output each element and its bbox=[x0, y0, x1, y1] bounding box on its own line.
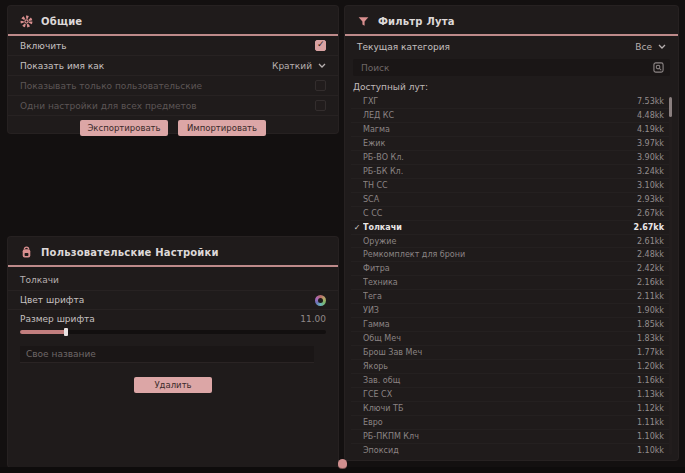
slider-fill bbox=[20, 330, 66, 334]
loot-row[interactable]: УИЗ1.90kk bbox=[351, 304, 672, 318]
loot-row[interactable]: Эпоксид1.10kk bbox=[351, 444, 672, 455]
loot-item-name: Евро bbox=[363, 418, 637, 427]
loot-row[interactable]: Зав. общ1.16kk bbox=[351, 374, 672, 388]
loot-row[interactable]: Тега2.11kk bbox=[351, 290, 672, 304]
color-wheel-icon[interactable] bbox=[315, 295, 326, 306]
loot-row[interactable]: Гамма1.85kk bbox=[351, 318, 672, 332]
chevron-down-icon bbox=[318, 63, 326, 68]
loot-item-value: 1.85kk bbox=[637, 320, 672, 329]
loot-row[interactable]: РБ-ПКПМ Клч1.10kk bbox=[351, 430, 672, 444]
loot-item-value: 2.67kk bbox=[634, 223, 672, 232]
loot-item-value: 2.61kk bbox=[637, 237, 672, 246]
loot-row[interactable]: Якорь1.20kk bbox=[351, 360, 672, 374]
loot-item-value: 3.10kk bbox=[637, 181, 672, 190]
font-size-value: 11.00 bbox=[300, 314, 326, 324]
loot-row[interactable]: Ремкомплект для брони2.48kk bbox=[351, 248, 672, 262]
search-input[interactable] bbox=[359, 62, 653, 74]
import-button[interactable]: Импортировать bbox=[178, 120, 266, 136]
loot-row[interactable]: ГХГ7.53kk bbox=[351, 95, 672, 109]
loot-item-name: Ремкомплект для брони bbox=[363, 250, 637, 259]
loot-row[interactable]: Брош Зав Меч1.77kk bbox=[351, 346, 672, 360]
custom-panel-header: Пользовательские Настройки bbox=[8, 237, 338, 265]
setting-row-same-settings: Одни настройки для всех предметов bbox=[8, 96, 338, 116]
import-export-row: Экспортировать Импортировать bbox=[8, 120, 338, 136]
loot-item-name: ЛЕД КС bbox=[363, 111, 637, 120]
loot-panel-header: Фильтр Лута bbox=[345, 6, 678, 34]
loot-row[interactable]: ГСЕ СХ1.13kk bbox=[351, 388, 672, 402]
loot-row[interactable]: Магма4.19kk bbox=[351, 123, 672, 137]
category-dropdown[interactable]: Все bbox=[635, 42, 666, 52]
backpack-icon bbox=[20, 246, 33, 259]
slider-thumb[interactable] bbox=[64, 328, 68, 336]
loot-row[interactable]: С СС2.67kk bbox=[351, 207, 672, 221]
font-size-label: Размер шрифта bbox=[20, 314, 95, 324]
search-icon[interactable] bbox=[653, 62, 664, 73]
loot-row[interactable]: РБ-БК Кл.3.24kk bbox=[351, 165, 672, 179]
setting-label: Одни настройки для всех предметов bbox=[20, 101, 197, 111]
font-color-row[interactable]: Цвет шрифта bbox=[8, 290, 338, 309]
loot-row[interactable]: Техника2.16kk bbox=[351, 276, 672, 290]
loot-row[interactable]: Ключи ТБ1.12kk bbox=[351, 402, 672, 416]
gear-icon bbox=[20, 15, 33, 28]
loot-item-name: Якорь bbox=[363, 362, 637, 371]
accent-divider bbox=[8, 265, 338, 267]
setting-label: Показать имя как bbox=[20, 61, 104, 71]
loot-item-name: Ежик bbox=[363, 139, 637, 148]
name-mode-dropdown[interactable]: Краткий bbox=[272, 61, 326, 71]
loot-row[interactable]: ЛЕД КС4.48kk bbox=[351, 109, 672, 123]
loot-row[interactable]: Евро1.11kk bbox=[351, 416, 672, 430]
loot-item-value: 2.16kk bbox=[637, 278, 672, 287]
loot-row[interactable]: ✓Толкачи2.67kk bbox=[351, 221, 672, 235]
loot-row[interactable]: РБ-ВО Кл.3.90kk bbox=[351, 151, 672, 165]
setting-label: Включить bbox=[20, 41, 67, 51]
loot-item-name: Фитра bbox=[363, 264, 637, 273]
loot-row[interactable]: Ежик3.97kk bbox=[351, 137, 672, 151]
dropdown-value: Краткий bbox=[272, 61, 312, 71]
category-label: Текущая категория bbox=[357, 42, 450, 52]
loot-item-name: Магма bbox=[363, 125, 637, 134]
loot-row[interactable]: Общ Меч1.83kk bbox=[351, 332, 672, 346]
loot-item-name: Тега bbox=[363, 292, 637, 301]
only-custom-checkbox[interactable] bbox=[315, 80, 326, 91]
loot-item-name: Оружие bbox=[363, 237, 637, 246]
loot-item-name: ГХГ bbox=[363, 97, 637, 106]
loot-item-value: 1.77kk bbox=[637, 348, 672, 357]
loot-item-name: УИЗ bbox=[363, 306, 637, 315]
scrollbar-thumb[interactable] bbox=[669, 97, 672, 117]
funnel-icon bbox=[357, 15, 370, 28]
loot-row[interactable]: SCA2.93kk bbox=[351, 193, 672, 207]
loot-row[interactable]: ТН СС3.10kk bbox=[351, 179, 672, 193]
loot-item-name: Эпоксид bbox=[363, 446, 637, 455]
loot-filter-panel: Фильтр Лута Текущая категория Все Доступ… bbox=[345, 6, 678, 460]
loot-item-value: 2.48kk bbox=[637, 250, 672, 259]
resize-grip-icon[interactable] bbox=[338, 459, 347, 468]
font-size-slider[interactable] bbox=[20, 330, 326, 334]
setting-label: Показывать только пользовательские bbox=[20, 81, 202, 91]
loot-item-value: 2.42kk bbox=[637, 264, 672, 273]
loot-item-name: Ключи ТБ bbox=[363, 404, 637, 413]
loot-row[interactable]: Оружие2.61kk bbox=[351, 235, 672, 249]
enable-checkbox[interactable] bbox=[315, 40, 326, 51]
loot-item-name: ГСЕ СХ bbox=[363, 390, 637, 399]
loot-item-value: 1.11kk bbox=[637, 418, 672, 427]
loot-item-value: 7.53kk bbox=[637, 97, 672, 106]
same-settings-checkbox[interactable] bbox=[315, 100, 326, 111]
loot-item-name: Гамма bbox=[363, 320, 637, 329]
export-button[interactable]: Экспортировать bbox=[80, 120, 168, 136]
loot-item-value: 1.90kk bbox=[637, 306, 672, 315]
loot-item-value: 3.90kk bbox=[637, 153, 672, 162]
custom-name-input[interactable] bbox=[20, 346, 314, 363]
loot-row[interactable]: Фитра2.42kk bbox=[351, 262, 672, 276]
loot-item-name: РБ-ПКПМ Клч bbox=[363, 432, 637, 441]
loot-item-name: Техника bbox=[363, 278, 637, 287]
delete-row: Удалить bbox=[8, 377, 338, 393]
setting-row-only-custom: Показывать только пользовательские bbox=[8, 76, 338, 96]
loot-item-name: РБ-БК Кл. bbox=[363, 167, 637, 176]
loot-item-value: 3.97kk bbox=[637, 139, 672, 148]
panel-title: Фильтр Лута bbox=[378, 16, 455, 27]
panel-title: Общие bbox=[41, 16, 82, 27]
delete-button[interactable]: Удалить bbox=[134, 377, 212, 393]
category-row: Текущая категория Все bbox=[345, 36, 678, 57]
scrollbar[interactable] bbox=[669, 95, 672, 455]
loot-item-name: Брош Зав Меч bbox=[363, 348, 637, 357]
